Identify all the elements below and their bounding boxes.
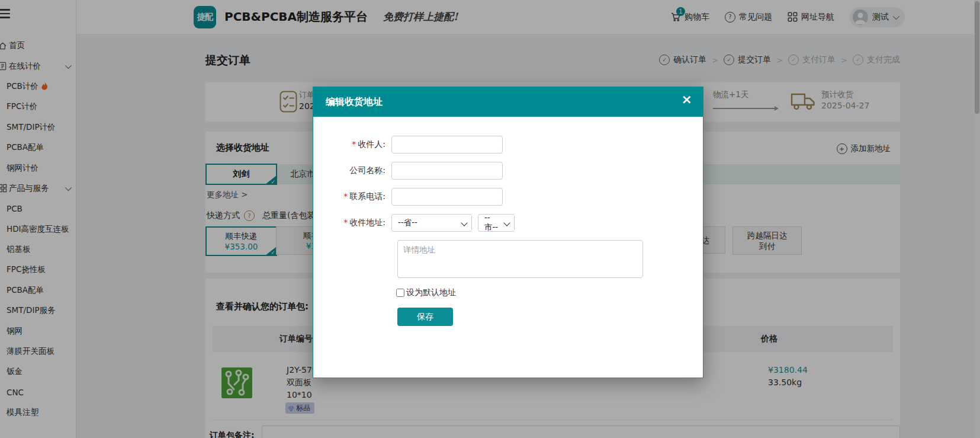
modal-title: 编辑收货地址 — [326, 96, 383, 108]
city-select[interactable]: --市-- — [478, 214, 515, 232]
address-detail-textarea[interactable] — [397, 240, 643, 278]
default-address-label: 设为默认地址 — [406, 287, 456, 298]
phone-input[interactable] — [391, 188, 503, 206]
recipient-label: *收件人: — [313, 139, 391, 150]
modal-body: *收件人: 公司名称: *联系电话: *收件地址: --省-- --市-- — [313, 117, 703, 326]
chevron-down-icon — [461, 219, 467, 226]
close-icon[interactable]: × — [682, 93, 692, 106]
app-root: 捷配 PCB&PCBA制造服务平台 免费打样上捷配! 1 购物车 ? 常见问题 — [0, 0, 980, 438]
edit-address-modal: 编辑收货地址 × *收件人: 公司名称: *联系电话: *收件地址: --省-- — [313, 87, 703, 378]
address-label: *收件地址: — [313, 218, 391, 228]
phone-label: *联系电话: — [313, 191, 391, 202]
required-asterisk: * — [343, 191, 348, 201]
province-select[interactable]: --省-- — [391, 214, 472, 232]
company-input[interactable] — [391, 162, 503, 180]
default-address-checkbox[interactable] — [396, 289, 404, 297]
modal-header: 编辑收货地址 × — [313, 87, 703, 117]
province-select-value: --省-- — [398, 218, 417, 228]
city-select-value: --市-- — [484, 213, 501, 233]
required-asterisk: * — [352, 139, 356, 149]
company-label: 公司名称: — [313, 165, 391, 176]
chevron-down-icon — [503, 219, 510, 226]
required-asterisk: * — [343, 218, 348, 227]
save-button[interactable]: 保存 — [397, 308, 453, 326]
recipient-input[interactable] — [391, 136, 503, 154]
